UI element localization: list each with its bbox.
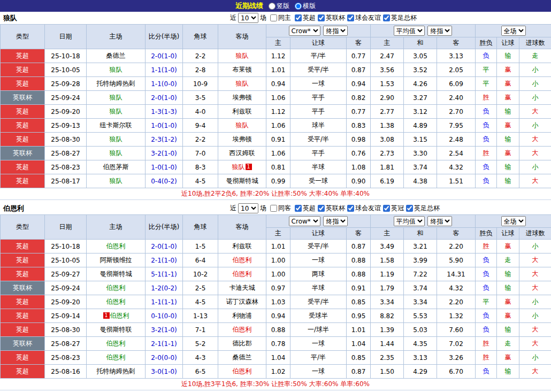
team-link[interactable]: 诺丁汉森林 xyxy=(226,298,258,305)
horizontal-radio[interactable] xyxy=(295,3,302,10)
same-venue-checkbox[interactable] xyxy=(270,205,277,212)
same-venue-filter[interactable]: 同客 xyxy=(270,204,291,213)
match-count-select[interactable]: 10 xyxy=(238,203,258,213)
score-cell[interactable]: 2-3(1-2) xyxy=(146,133,183,147)
team-link[interactable]: 西汉姆联 xyxy=(229,149,255,157)
team-link[interactable]: 伯恩利 xyxy=(106,340,126,347)
same-venue-checkbox[interactable] xyxy=(270,14,277,21)
score-cell[interactable]: 0-1(0-0) xyxy=(146,309,183,323)
team-link[interactable]: 伯恩利 xyxy=(233,256,252,264)
league-filter[interactable]: 球会友谊 xyxy=(347,204,381,213)
team-link[interactable]: 卡迪夫城 xyxy=(229,284,255,291)
team-link[interactable]: 伯恩利 xyxy=(106,284,126,291)
odds-final-select[interactable]: 终指 xyxy=(323,216,348,226)
team-link[interactable]: 曼彻斯特联 xyxy=(100,326,132,333)
avg-final-select[interactable]: 终指 xyxy=(427,26,452,36)
team-link[interactable]: 伯恩利 xyxy=(233,270,252,278)
team-link[interactable]: 埃弗顿 xyxy=(233,135,252,143)
team-link[interactable]: 阿斯顿维拉 xyxy=(100,256,132,264)
team-link[interactable]: 伯恩利 xyxy=(106,298,126,305)
score-cell[interactable]: 2-0(1-0) xyxy=(146,49,183,63)
team-link[interactable]: 狼队 xyxy=(110,66,123,73)
scope-select[interactable]: 全场 xyxy=(501,216,526,226)
score-cell[interactable]: 3-2(1-0) xyxy=(146,323,183,337)
scope-select[interactable]: 全场 xyxy=(501,26,526,36)
team-link[interactable]: 纽卡斯尔联 xyxy=(100,121,132,129)
score-cell[interactable]: 1-2(0-2) xyxy=(146,281,183,295)
score-cell[interactable]: 2-1(1-0) xyxy=(146,253,183,267)
team-link[interactable]: 埃弗顿 xyxy=(233,94,252,101)
team-link[interactable]: 狼队 xyxy=(110,135,123,143)
team-link[interactable]: 曼彻斯特城 xyxy=(100,270,132,278)
layout-horizontal-option[interactable]: 横版 xyxy=(295,2,316,11)
date-cell: 25-09-24 xyxy=(45,281,87,295)
layout-vertical-option[interactable]: 竖版 xyxy=(269,2,289,11)
league-filter[interactable]: 英足总杯 xyxy=(383,13,417,22)
league-checkbox[interactable] xyxy=(347,14,354,21)
score-cell[interactable]: 5-1(1-1) xyxy=(146,267,183,281)
score-cell[interactable]: 1-1(1-0) xyxy=(146,63,183,77)
team-link[interactable]: 狼队 xyxy=(236,80,249,87)
team-link[interactable]: 狼队 xyxy=(110,149,123,157)
league-checkbox[interactable] xyxy=(295,205,302,212)
team-link[interactable]: 伯恩茅斯 xyxy=(103,163,129,171)
score-cell[interactable]: 2-0(1-0) xyxy=(146,91,183,105)
score-cell[interactable]: 1-1(0-0) xyxy=(146,77,183,91)
team-link[interactable]: 狼队 xyxy=(110,94,123,101)
league-filter[interactable]: 英联杯 xyxy=(318,204,345,213)
score-cell[interactable]: 2-0(0-0) xyxy=(146,351,183,365)
team-link[interactable]: 桑德兰 xyxy=(106,52,126,59)
avg-final-select[interactable]: 终指 xyxy=(427,216,452,226)
avg-odds-home: 1.19 xyxy=(371,267,404,281)
team-link[interactable]: 狼队 xyxy=(232,163,245,171)
score-cell[interactable]: 1-3(1-3) xyxy=(146,105,183,119)
team-link[interactable]: 桑德兰 xyxy=(233,353,252,361)
league-filter[interactable]: 英超 xyxy=(295,13,316,22)
league-checkbox[interactable] xyxy=(383,14,390,21)
team-link[interactable]: 伯恩利 xyxy=(106,353,126,361)
score-cell[interactable]: 1-1(1-1) xyxy=(146,295,183,309)
score-cell[interactable]: 2-0(1-0) xyxy=(146,240,183,253)
league-checkbox[interactable] xyxy=(383,205,390,212)
score-cell[interactable]: 2-1(1-1) xyxy=(146,337,183,351)
team-link[interactable]: 曼彻斯特城 xyxy=(226,177,258,185)
team-link[interactable]: 狼队 xyxy=(236,52,249,59)
same-venue-filter[interactable]: 同主 xyxy=(270,13,291,22)
avg-source-select[interactable]: 平均值 xyxy=(394,26,425,36)
league-checkbox[interactable] xyxy=(406,205,413,212)
team-link[interactable]: 布莱顿 xyxy=(233,66,252,73)
team-link[interactable]: 狼队 xyxy=(236,121,249,129)
league-filter[interactable]: 英足总杯 xyxy=(406,204,440,213)
team-link[interactable]: 托特纳姆热刺 xyxy=(97,80,135,87)
league-checkbox[interactable] xyxy=(318,205,325,212)
league-checkbox[interactable] xyxy=(347,205,354,212)
team-link[interactable]: 利兹联 xyxy=(233,242,252,250)
odds-source-select[interactable]: Crow* xyxy=(289,26,320,36)
league-checkbox[interactable] xyxy=(318,14,325,21)
vertical-radio[interactable] xyxy=(269,3,276,10)
team-link[interactable]: 利物浦 xyxy=(233,312,252,319)
team-link[interactable]: 利兹联 xyxy=(233,107,252,115)
team-link[interactable]: 狼队 xyxy=(110,177,123,185)
league-filter[interactable]: 英联杯 xyxy=(318,13,345,22)
avg-source-select[interactable]: 平均值 xyxy=(394,216,425,226)
odds-final-select[interactable]: 终指 xyxy=(323,26,348,36)
score-cell[interactable]: 0-4(0-2) xyxy=(146,174,183,188)
team-link[interactable]: 狼队 xyxy=(110,107,123,115)
team-link[interactable]: 伯恩利 xyxy=(233,367,252,375)
score-cell[interactable]: 3-0(1-0) xyxy=(146,365,183,379)
team-link[interactable]: 伯恩利 xyxy=(106,242,126,250)
league-filter[interactable]: 英超 xyxy=(295,204,316,213)
league-filter[interactable]: 英冠 xyxy=(383,204,404,213)
match-count-select[interactable]: 10 xyxy=(238,13,258,23)
league-filter[interactable]: 球会友谊 xyxy=(347,13,381,22)
team-link[interactable]: 伯恩利 xyxy=(233,326,252,333)
team-link[interactable]: 德比郡 xyxy=(233,340,252,347)
odds-source-select[interactable]: Crow* xyxy=(289,216,320,226)
score-cell[interactable]: 3-2(1-0) xyxy=(146,147,183,160)
team-link[interactable]: 伯恩利 xyxy=(110,312,129,319)
team-link[interactable]: 托特纳姆热刺 xyxy=(97,367,135,375)
league-checkbox[interactable] xyxy=(295,14,302,21)
score-cell[interactable]: 1-0(1-0) xyxy=(146,119,183,133)
score-cell[interactable]: 1-0(1-0) xyxy=(146,160,183,174)
